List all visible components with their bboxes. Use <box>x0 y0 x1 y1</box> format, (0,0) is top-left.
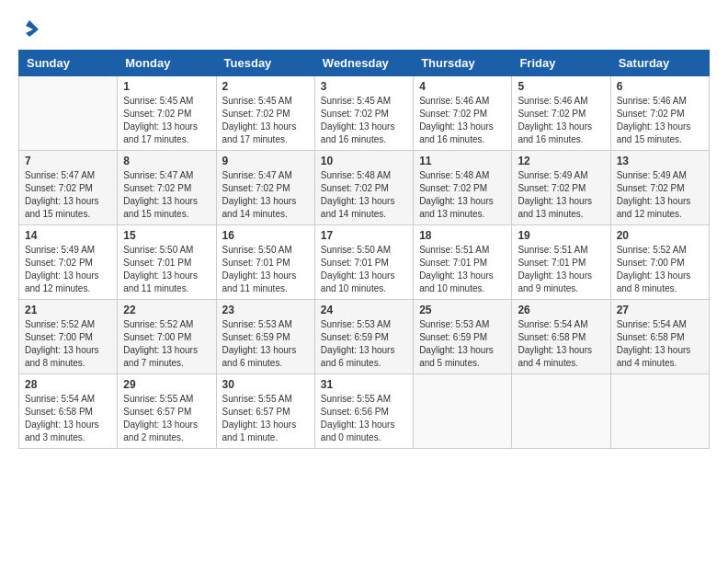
day-number: 19 <box>518 229 604 242</box>
calendar-week-row: 14Sunrise: 5:49 AM Sunset: 7:02 PM Dayli… <box>19 225 710 300</box>
day-number: 30 <box>222 378 309 391</box>
day-number: 6 <box>617 80 703 93</box>
cell-content: Sunrise: 5:47 AM Sunset: 7:02 PM Dayligh… <box>123 169 210 221</box>
day-number: 28 <box>25 378 111 391</box>
day-number: 22 <box>123 304 210 316</box>
cell-content: Sunrise: 5:52 AM Sunset: 7:00 PM Dayligh… <box>25 318 111 370</box>
cell-content: Sunrise: 5:54 AM Sunset: 6:58 PM Dayligh… <box>25 393 111 444</box>
calendar-cell: 16Sunrise: 5:50 AM Sunset: 7:01 PM Dayli… <box>216 225 314 300</box>
calendar-cell: 15Sunrise: 5:50 AM Sunset: 7:01 PM Dayli… <box>118 225 216 300</box>
calendar-cell: 5Sunrise: 5:46 AM Sunset: 7:02 PM Daylig… <box>512 76 610 151</box>
calendar-cell: 19Sunrise: 5:51 AM Sunset: 7:01 PM Dayli… <box>512 225 610 300</box>
calendar-cell: 29Sunrise: 5:55 AM Sunset: 6:57 PM Dayli… <box>118 374 216 449</box>
column-header-tuesday: Tuesday <box>216 51 314 76</box>
cell-content: Sunrise: 5:45 AM Sunset: 7:02 PM Dayligh… <box>123 95 210 146</box>
cell-content: Sunrise: 5:53 AM Sunset: 6:59 PM Dayligh… <box>321 318 407 370</box>
calendar-cell: 1Sunrise: 5:45 AM Sunset: 7:02 PM Daylig… <box>118 76 216 151</box>
cell-content: Sunrise: 5:45 AM Sunset: 7:02 PM Dayligh… <box>222 95 309 146</box>
column-header-saturday: Saturday <box>610 51 709 76</box>
cell-content: Sunrise: 5:52 AM Sunset: 7:00 PM Dayligh… <box>123 318 210 370</box>
cell-content: Sunrise: 5:49 AM Sunset: 7:02 PM Dayligh… <box>518 169 604 221</box>
header <box>18 18 710 40</box>
day-number: 31 <box>321 378 407 391</box>
cell-content: Sunrise: 5:55 AM Sunset: 6:57 PM Dayligh… <box>123 393 210 444</box>
day-number: 14 <box>25 229 111 242</box>
calendar-week-row: 7Sunrise: 5:47 AM Sunset: 7:02 PM Daylig… <box>19 151 710 225</box>
cell-content: Sunrise: 5:49 AM Sunset: 7:02 PM Dayligh… <box>25 244 111 295</box>
calendar-cell: 13Sunrise: 5:49 AM Sunset: 7:02 PM Dayli… <box>610 151 709 225</box>
calendar-cell: 10Sunrise: 5:48 AM Sunset: 7:02 PM Dayli… <box>314 151 413 225</box>
cell-content: Sunrise: 5:52 AM Sunset: 7:00 PM Dayligh… <box>617 244 703 295</box>
calendar-cell: 2Sunrise: 5:45 AM Sunset: 7:02 PM Daylig… <box>216 76 314 151</box>
calendar-cell: 28Sunrise: 5:54 AM Sunset: 6:58 PM Dayli… <box>19 374 118 449</box>
day-number: 1 <box>123 80 210 93</box>
column-header-monday: Monday <box>118 51 216 76</box>
calendar-cell: 23Sunrise: 5:53 AM Sunset: 6:59 PM Dayli… <box>216 300 314 374</box>
cell-content: Sunrise: 5:53 AM Sunset: 6:59 PM Dayligh… <box>222 318 309 370</box>
calendar-cell: 14Sunrise: 5:49 AM Sunset: 7:02 PM Dayli… <box>19 225 118 300</box>
calendar-cell: 9Sunrise: 5:47 AM Sunset: 7:02 PM Daylig… <box>216 151 314 225</box>
calendar-cell: 25Sunrise: 5:53 AM Sunset: 6:59 PM Dayli… <box>414 300 512 374</box>
cell-content: Sunrise: 5:46 AM Sunset: 7:02 PM Dayligh… <box>419 95 506 146</box>
day-number: 12 <box>518 155 604 167</box>
calendar-cell: 31Sunrise: 5:55 AM Sunset: 6:56 PM Dayli… <box>314 374 413 449</box>
cell-content: Sunrise: 5:55 AM Sunset: 6:56 PM Dayligh… <box>321 393 407 444</box>
day-number: 10 <box>321 155 407 167</box>
day-number: 24 <box>321 304 407 316</box>
cell-content: Sunrise: 5:54 AM Sunset: 6:58 PM Dayligh… <box>518 318 604 370</box>
calendar-cell: 21Sunrise: 5:52 AM Sunset: 7:00 PM Dayli… <box>19 300 118 374</box>
calendar-cell: 8Sunrise: 5:47 AM Sunset: 7:02 PM Daylig… <box>118 151 216 225</box>
day-number: 9 <box>222 155 309 167</box>
logo-icon <box>18 18 40 40</box>
calendar-cell: 24Sunrise: 5:53 AM Sunset: 6:59 PM Dayli… <box>314 300 413 374</box>
day-number: 27 <box>617 304 703 316</box>
calendar-cell: 7Sunrise: 5:47 AM Sunset: 7:02 PM Daylig… <box>19 151 118 225</box>
column-header-friday: Friday <box>512 51 610 76</box>
calendar-cell: 3Sunrise: 5:45 AM Sunset: 7:02 PM Daylig… <box>314 76 413 151</box>
cell-content: Sunrise: 5:46 AM Sunset: 7:02 PM Dayligh… <box>617 95 703 146</box>
day-number: 8 <box>123 155 210 167</box>
day-number: 21 <box>25 304 111 316</box>
cell-content: Sunrise: 5:49 AM Sunset: 7:02 PM Dayligh… <box>617 169 703 221</box>
day-number: 11 <box>419 155 506 167</box>
day-number: 3 <box>321 80 407 93</box>
cell-content: Sunrise: 5:47 AM Sunset: 7:02 PM Dayligh… <box>222 169 309 221</box>
calendar-cell: 4Sunrise: 5:46 AM Sunset: 7:02 PM Daylig… <box>414 76 512 151</box>
day-number: 25 <box>419 304 506 316</box>
cell-content: Sunrise: 5:50 AM Sunset: 7:01 PM Dayligh… <box>321 244 407 295</box>
column-header-wednesday: Wednesday <box>314 51 413 76</box>
cell-content: Sunrise: 5:53 AM Sunset: 6:59 PM Dayligh… <box>419 318 506 370</box>
calendar-cell: 20Sunrise: 5:52 AM Sunset: 7:00 PM Dayli… <box>610 225 709 300</box>
column-header-thursday: Thursday <box>414 51 512 76</box>
calendar-cell <box>414 374 512 449</box>
day-number: 15 <box>123 229 210 242</box>
day-number: 5 <box>518 80 604 93</box>
cell-content: Sunrise: 5:48 AM Sunset: 7:02 PM Dayligh… <box>321 169 407 221</box>
cell-content: Sunrise: 5:46 AM Sunset: 7:02 PM Dayligh… <box>518 95 604 146</box>
calendar-cell <box>19 76 118 151</box>
cell-content: Sunrise: 5:54 AM Sunset: 6:58 PM Dayligh… <box>617 318 703 370</box>
cell-content: Sunrise: 5:50 AM Sunset: 7:01 PM Dayligh… <box>222 244 309 295</box>
calendar-cell <box>610 374 709 449</box>
cell-content: Sunrise: 5:55 AM Sunset: 6:57 PM Dayligh… <box>222 393 309 444</box>
cell-content: Sunrise: 5:51 AM Sunset: 7:01 PM Dayligh… <box>518 244 604 295</box>
cell-content: Sunrise: 5:51 AM Sunset: 7:01 PM Dayligh… <box>419 244 506 295</box>
day-number: 4 <box>419 80 506 93</box>
cell-content: Sunrise: 5:50 AM Sunset: 7:01 PM Dayligh… <box>123 244 210 295</box>
cell-content: Sunrise: 5:45 AM Sunset: 7:02 PM Dayligh… <box>321 95 407 146</box>
calendar-week-row: 1Sunrise: 5:45 AM Sunset: 7:02 PM Daylig… <box>19 76 710 151</box>
cell-content: Sunrise: 5:47 AM Sunset: 7:02 PM Dayligh… <box>25 169 111 221</box>
calendar-cell: 17Sunrise: 5:50 AM Sunset: 7:01 PM Dayli… <box>314 225 413 300</box>
day-number: 18 <box>419 229 506 242</box>
calendar-cell: 6Sunrise: 5:46 AM Sunset: 7:02 PM Daylig… <box>610 76 709 151</box>
logo <box>18 18 44 40</box>
calendar-cell: 22Sunrise: 5:52 AM Sunset: 7:00 PM Dayli… <box>118 300 216 374</box>
day-number: 26 <box>518 304 604 316</box>
column-header-sunday: Sunday <box>19 51 118 76</box>
svg-marker-0 <box>26 20 39 37</box>
calendar-week-row: 21Sunrise: 5:52 AM Sunset: 7:00 PM Dayli… <box>19 300 710 374</box>
calendar-cell: 27Sunrise: 5:54 AM Sunset: 6:58 PM Dayli… <box>610 300 709 374</box>
day-number: 17 <box>321 229 407 242</box>
calendar-cell: 12Sunrise: 5:49 AM Sunset: 7:02 PM Dayli… <box>512 151 610 225</box>
day-number: 16 <box>222 229 309 242</box>
